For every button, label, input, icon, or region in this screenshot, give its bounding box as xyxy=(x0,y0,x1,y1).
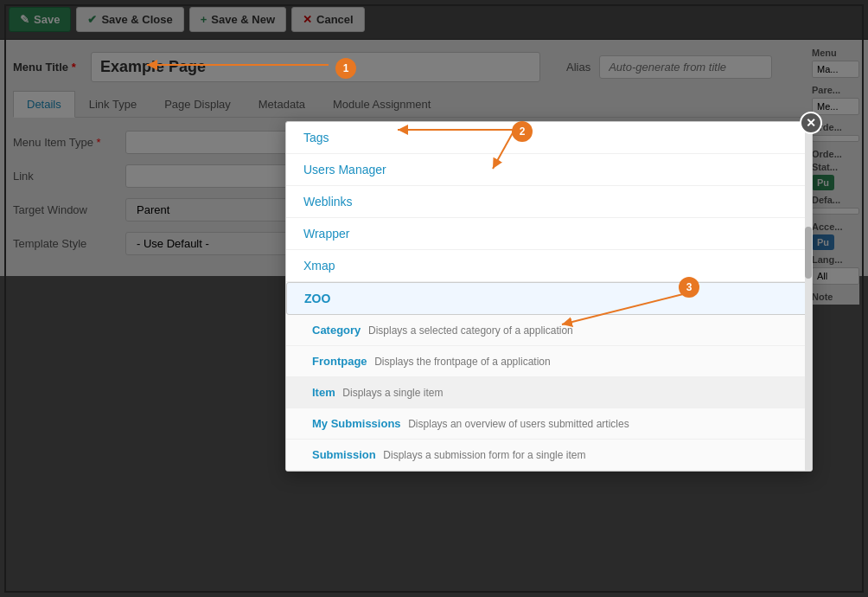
modal-item-wrapper[interactable]: Wrapper xyxy=(286,218,812,250)
sub-link-submission: Submission xyxy=(312,448,376,461)
modal-item-tags[interactable]: Tags xyxy=(286,122,812,154)
sub-link-frontpage: Frontpage xyxy=(312,355,367,368)
modal-close-button[interactable]: ✕ xyxy=(800,112,822,134)
sub-link-category: Category xyxy=(312,324,361,337)
modal-dialog: ✕ Tags Users Manager Weblinks Wrapper Xm… xyxy=(285,121,813,472)
modal-item-weblinks[interactable]: Weblinks xyxy=(286,186,812,218)
modal-sub-item-category[interactable]: Category Displays a selected category of… xyxy=(286,315,812,346)
sub-link-item: Item xyxy=(312,386,335,399)
modal-item-users-manager[interactable]: Users Manager xyxy=(286,154,812,186)
sub-desc-category: Displays a selected category of a applic… xyxy=(368,324,573,337)
annotation-2: 2 xyxy=(512,121,533,142)
modal-sub-item-my-submissions[interactable]: My Submissions Displays an overview of u… xyxy=(286,408,812,440)
sub-desc-submission: Displays a submission form for a single … xyxy=(383,449,585,461)
sub-link-my-submissions: My Submissions xyxy=(312,417,401,430)
modal-sub-list: Category Displays a selected category of… xyxy=(286,315,812,471)
modal-item-xmap[interactable]: Xmap xyxy=(286,250,812,282)
modal-item-zoo[interactable]: ZOO xyxy=(286,282,812,315)
annotation-3: 3 xyxy=(679,277,699,298)
modal-sub-item-frontpage[interactable]: Frontpage Displays the frontpage of a ap… xyxy=(286,346,812,377)
modal-list: Tags Users Manager Weblinks Wrapper Xmap… xyxy=(286,122,812,315)
annotation-1: 1 xyxy=(335,58,356,79)
sub-desc-my-submissions: Displays an overview of users submitted … xyxy=(408,418,629,430)
scrollbar-thumb[interactable] xyxy=(805,227,812,279)
sub-desc-item: Displays a single item xyxy=(342,387,443,399)
modal-sub-item-item[interactable]: Item Displays a single item xyxy=(286,377,812,408)
modal-sub-item-submission[interactable]: Submission Displays a submission form fo… xyxy=(286,440,812,471)
sub-desc-frontpage: Displays the frontpage of a application xyxy=(374,356,550,368)
modal-scrollbar[interactable] xyxy=(805,122,812,471)
